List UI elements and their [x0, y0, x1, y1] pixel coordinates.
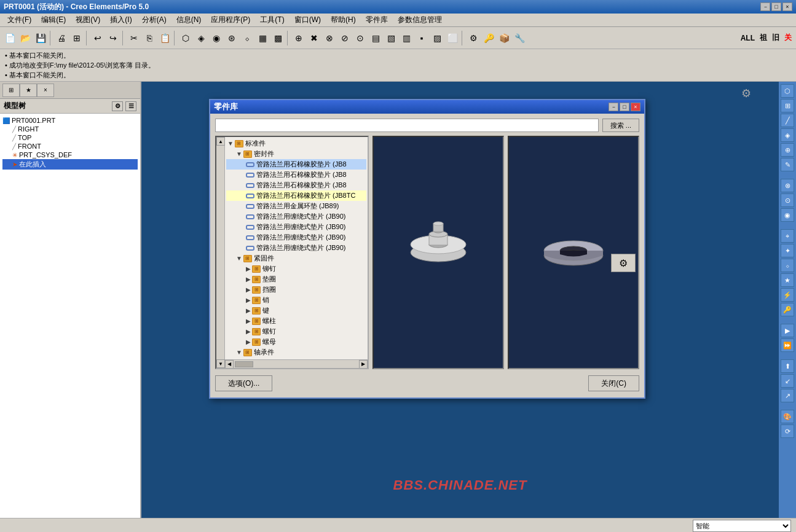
rt-btn-15[interactable]: 🔑: [781, 303, 794, 316]
tree-item-prt[interactable]: 🟦 PRT0001.PRT: [2, 116, 138, 125]
rt-btn-14[interactable]: ⚡: [781, 288, 794, 302]
toolbar-view6[interactable]: ▤: [368, 31, 383, 45]
tree-item-gasket-1[interactable]: 管路法兰用石棉橡胶垫片 (JB8: [226, 159, 366, 170]
tree-item-stud[interactable]: ▶ ⊞ 螺柱: [226, 316, 366, 326]
config-btn[interactable]: ⚙: [611, 254, 636, 272]
menu-edit[interactable]: 编辑(E): [36, 14, 71, 26]
toolbar-paste[interactable]: 📋: [157, 31, 172, 45]
panel-settings-btn[interactable]: ⚙: [112, 101, 123, 111]
toolbar-settings[interactable]: ⚙: [466, 31, 481, 45]
tree-item-ring[interactable]: 管路法兰用金属环垫 (JB89): [226, 201, 366, 211]
toolbar-view4[interactable]: ⊘: [337, 31, 352, 45]
toolbar-view1[interactable]: ⊕: [291, 31, 306, 45]
rt-btn-4[interactable]: ◈: [781, 128, 794, 142]
tree-item-top[interactable]: ╱ TOP: [2, 133, 138, 142]
toolbar-3d3[interactable]: ◉: [209, 31, 224, 45]
toolbar-view7[interactable]: ▧: [384, 31, 398, 45]
panel-tab-tree[interactable]: ⊞: [2, 84, 20, 97]
toolbar-new[interactable]: 📄: [2, 31, 17, 45]
rt-btn-22[interactable]: ⟳: [781, 424, 794, 438]
panel-tab-fav[interactable]: ★: [20, 84, 37, 97]
vscroll-up-btn[interactable]: ▲: [216, 137, 225, 146]
vscroll-down-btn[interactable]: ▼: [216, 359, 225, 368]
toolbar-3d1[interactable]: ⬡: [178, 31, 193, 45]
rt-btn-21[interactable]: 🎨: [781, 410, 794, 423]
search-button[interactable]: 搜索 ...: [602, 119, 639, 132]
hscroll-thumb[interactable]: [235, 361, 253, 367]
tree-item-retainer[interactable]: ▶ ⊞ 挡圈: [226, 284, 366, 295]
menu-tools[interactable]: 工具(T): [255, 14, 289, 26]
rt-btn-12[interactable]: ⬦: [781, 259, 794, 272]
toolbar-copy[interactable]: ⎘: [142, 31, 157, 45]
menu-view[interactable]: 视图(V): [71, 14, 105, 26]
toolbar-ico2[interactable]: 🔑: [481, 31, 496, 45]
tree-item-pin[interactable]: ▶ ⊞ 销: [226, 295, 366, 305]
menu-parts-lib[interactable]: 零件库: [361, 14, 393, 26]
tree-item-insert[interactable]: ➤ 在此插入: [2, 159, 138, 170]
rt-btn-10[interactable]: ⌖: [781, 229, 794, 243]
toolbar-3d2[interactable]: ◈: [194, 31, 208, 45]
maximize-button[interactable]: □: [771, 2, 781, 11]
menu-help[interactable]: 帮助(H): [326, 14, 361, 26]
toolbar-undo[interactable]: ↩: [90, 31, 105, 45]
rt-btn-7[interactable]: ⊗: [781, 179, 794, 192]
tree-item-spiral-2[interactable]: 管路法兰用缠绕式垫片 (JB90): [226, 222, 366, 232]
rt-btn-3[interactable]: ╱: [781, 114, 794, 127]
tree-item-spiral-3[interactable]: 管路法兰用缠绕式垫片 (JB90): [226, 232, 366, 243]
toolbar-view9[interactable]: ▪: [414, 31, 429, 45]
rt-btn-8[interactable]: ⊙: [781, 194, 794, 207]
toolbar-view11[interactable]: ⬜: [445, 31, 460, 45]
close-button[interactable]: ×: [782, 2, 792, 11]
rt-btn-5[interactable]: ⊕: [781, 143, 794, 157]
dialog-minimize-btn[interactable]: －: [609, 103, 618, 111]
rt-btn-2[interactable]: ⊞: [781, 99, 794, 112]
hscroll-right-btn[interactable]: ▶: [359, 360, 368, 369]
tree-item-standard[interactable]: ▼ ⊞ 标准件: [226, 138, 366, 149]
hscroll-left-btn[interactable]: ◀: [225, 360, 234, 369]
rt-btn-13[interactable]: ★: [781, 273, 794, 287]
toolbar-view2[interactable]: ✖: [307, 31, 321, 45]
menu-insert[interactable]: 插入(I): [105, 14, 136, 26]
tree-item-gasket-4[interactable]: 管路法兰用石棉橡胶垫片 (JB8TC: [226, 190, 366, 201]
minimize-button[interactable]: －: [760, 2, 770, 11]
rt-btn-6[interactable]: ✎: [781, 158, 794, 171]
rt-btn-20[interactable]: ↗: [781, 389, 794, 402]
toolbar-cut[interactable]: ✂: [127, 31, 141, 45]
tree-item-washer[interactable]: ▶ ⊞ 垫圈: [226, 274, 366, 284]
menu-window[interactable]: 窗口(W): [290, 14, 326, 26]
menu-apps[interactable]: 应用程序(P): [206, 14, 255, 26]
tree-item-bearing[interactable]: ▼ ⊞ 轴承件: [226, 347, 366, 358]
tree-item-gasket-2[interactable]: 管路法兰用石棉橡胶垫片 (JB8: [226, 170, 366, 180]
dialog-maximize-btn[interactable]: □: [620, 103, 629, 111]
toolbar-open[interactable]: 📂: [18, 31, 33, 45]
toolbar-view10[interactable]: ▨: [430, 31, 444, 45]
dialog-close-footer-btn[interactable]: 关闭(C): [588, 375, 639, 391]
tree-item-nut[interactable]: ▶ ⊞ 螺母: [226, 337, 366, 347]
toolbar-print[interactable]: 🖨: [54, 31, 69, 45]
toolbar-icon2[interactable]: ⊞: [69, 31, 84, 45]
tree-item-seal[interactable]: ▼ ⊞ 密封件: [226, 149, 366, 159]
toolbar-3d6[interactable]: ▦: [255, 31, 270, 45]
rt-btn-9[interactable]: ◉: [781, 208, 794, 222]
rt-btn-1[interactable]: ⬡: [781, 84, 794, 98]
tree-item-spiral-4[interactable]: 管路法兰用缠绕式垫片 (JB90): [226, 243, 366, 253]
rt-btn-17[interactable]: ⏩: [781, 338, 794, 352]
toolbar-3d7[interactable]: ▩: [270, 31, 285, 45]
toolbar-view3[interactable]: ⊗: [322, 31, 337, 45]
panel-menu-btn[interactable]: ☰: [125, 101, 136, 111]
tree-item-spiral-1[interactable]: 管路法兰用缠绕式垫片 (JB90): [226, 211, 366, 222]
rt-btn-18[interactable]: ⬆: [781, 359, 794, 373]
toolbar-ico4[interactable]: 🔧: [512, 31, 527, 45]
tree-item-screw[interactable]: ▶ ⊞ 螺钉: [226, 326, 366, 337]
tree-item-key[interactable]: ▶ ⊞ 键: [226, 305, 366, 316]
tree-item-right[interactable]: ╱ RIGHT: [2, 125, 138, 133]
toolbar-3d4[interactable]: ⊛: [224, 31, 239, 45]
toolbar-3d5[interactable]: ⬦: [240, 31, 254, 45]
smart-select[interactable]: 智能: [693, 520, 791, 532]
toolbar-close-label[interactable]: 关: [782, 33, 794, 43]
toolbar-ico3[interactable]: 📦: [497, 31, 511, 45]
search-input[interactable]: [215, 119, 599, 132]
tree-item-csys[interactable]: ✳ PRT_CSYS_DEF: [2, 151, 138, 159]
menu-params[interactable]: 参数信息管理: [393, 14, 447, 26]
panel-tab-close[interactable]: ×: [37, 84, 54, 97]
